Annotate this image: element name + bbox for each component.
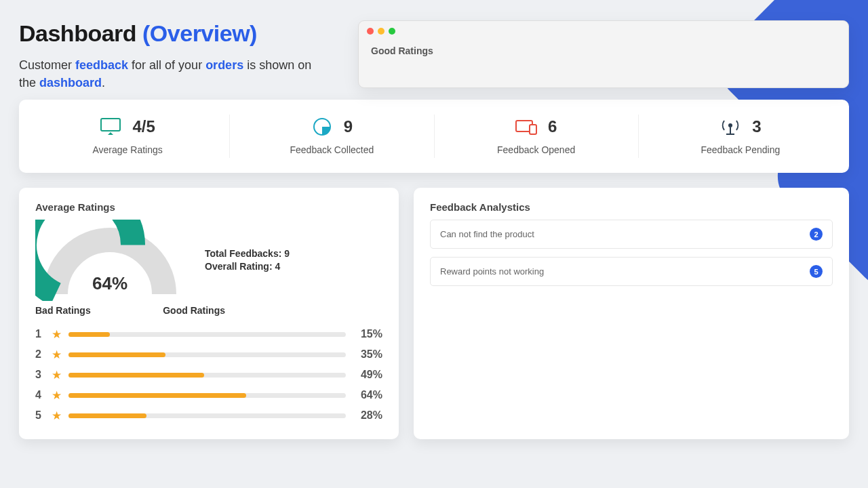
stat-average-ratings: 4/5 Average Ratings <box>26 115 230 158</box>
stat-value: 3 <box>752 117 761 136</box>
rating-bar <box>68 373 346 378</box>
rating-number: 3 <box>35 369 45 381</box>
svg-rect-0 <box>101 119 120 131</box>
page-title: Dashboard (Overview) <box>19 20 331 47</box>
minimize-icon[interactable] <box>378 28 384 35</box>
stat-feedback-opened: 6 Feedback Opened <box>435 115 639 158</box>
star-icon: ★ <box>52 368 62 382</box>
stat-label: Feedback Pending <box>701 144 780 155</box>
window-controls <box>359 21 848 41</box>
star-icon: ★ <box>52 388 62 403</box>
count-badge: 5 <box>810 265 823 278</box>
rating-percent: 49% <box>353 369 382 381</box>
overall-rating-label: Overall Rating: 4 <box>205 260 290 274</box>
rating-number: 2 <box>35 348 45 361</box>
rating-row: 4 ★ 64% <box>35 385 382 405</box>
svg-rect-3 <box>530 125 536 134</box>
rating-bar <box>68 393 346 398</box>
card-title: Average Ratings <box>35 201 382 213</box>
rating-bar <box>68 413 346 418</box>
close-icon[interactable] <box>367 28 374 35</box>
antenna-icon <box>719 117 741 136</box>
rating-number: 1 <box>35 328 45 340</box>
rating-percent: 64% <box>353 389 382 401</box>
card-title: Feedback Analystics <box>430 201 833 213</box>
rating-percent: 15% <box>353 328 382 340</box>
maximize-icon[interactable] <box>389 28 395 35</box>
title-highlight: (Overview) <box>142 20 257 46</box>
stat-label: Average Ratings <box>93 144 163 155</box>
gauge-labels: Bad Ratings Good Ratings <box>35 305 225 316</box>
analytics-text: Can not find the product <box>440 229 534 239</box>
rating-row: 2 ★ 35% <box>35 344 382 365</box>
stat-feedback-collected: 9 Feedback Collected <box>230 115 434 158</box>
rating-row: 3 ★ 49% <box>35 365 382 385</box>
rating-bar <box>68 332 346 337</box>
analytics-item[interactable]: Reward points not working5 <box>430 257 833 286</box>
star-icon: ★ <box>52 327 62 342</box>
gauge-info: Total Feedbacks: 9 Overall Rating: 4 <box>205 247 290 274</box>
stat-label: Feedback Opened <box>497 144 575 155</box>
gauge-percent: 64% <box>92 273 127 294</box>
rating-percent: 35% <box>353 348 382 361</box>
svg-point-4 <box>728 123 732 127</box>
monitor-up-icon <box>100 117 121 136</box>
stat-label: Feedback Collected <box>290 144 374 155</box>
star-icon: ★ <box>52 348 62 362</box>
rating-percent: 28% <box>353 409 382 422</box>
rating-row: 1 ★ 15% <box>35 324 382 344</box>
total-feedbacks-label: Total Feedbacks: 9 <box>205 247 290 261</box>
stat-value: 9 <box>344 117 353 136</box>
title-plain: Dashboard <box>19 20 142 46</box>
bad-ratings-label: Bad Ratings <box>35 305 91 316</box>
page-subtitle: Customer feedback for all of your orders… <box>19 56 331 92</box>
feedback-analytics-card: Feedback Analystics Can not find the pro… <box>414 188 849 439</box>
count-badge: 2 <box>810 228 823 241</box>
good-ratings-label: Good Ratings <box>163 305 225 316</box>
rating-row: 5 ★ 28% <box>35 405 382 426</box>
analytics-item[interactable]: Can not find the product2 <box>430 220 833 249</box>
analytics-text: Reward points not working <box>440 266 544 277</box>
stats-card: 4/5 Average Ratings 9 Feedback Collected… <box>19 100 849 173</box>
rating-number: 5 <box>35 409 45 422</box>
pie-icon <box>311 117 333 136</box>
devices-icon <box>515 117 537 136</box>
average-ratings-card: Average Ratings 64% Total Feedbacks: 9 O… <box>19 188 399 439</box>
stat-value: 6 <box>548 117 557 136</box>
browser-window: Good Ratings <box>358 20 849 88</box>
stat-value: 4/5 <box>132 117 155 136</box>
rating-bar <box>68 352 346 357</box>
gauge-chart: 64% <box>35 220 184 301</box>
star-icon: ★ <box>52 409 62 423</box>
stat-feedback-pending: 3 Feedback Pending <box>639 115 842 158</box>
browser-title: Good Ratings <box>371 45 836 56</box>
rating-number: 4 <box>35 389 45 401</box>
